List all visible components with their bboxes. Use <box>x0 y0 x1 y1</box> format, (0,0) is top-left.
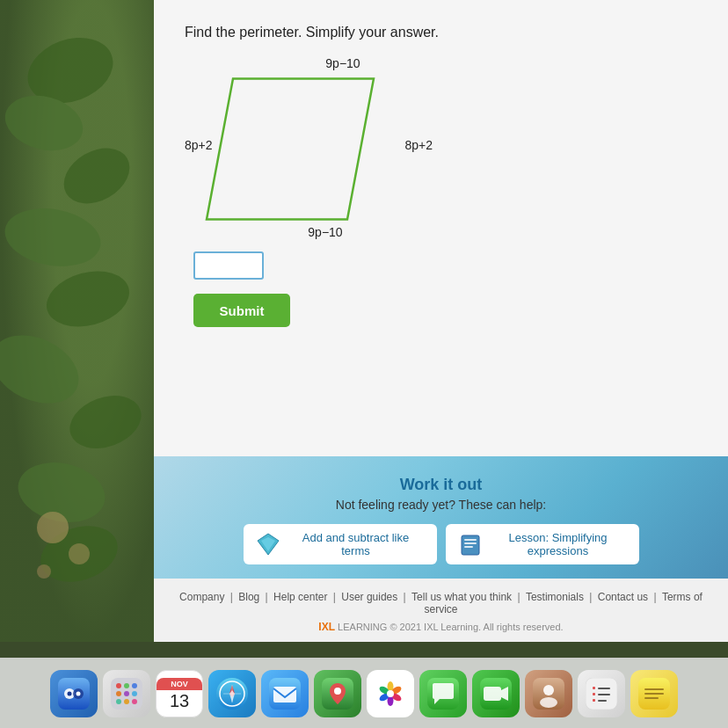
decorative-left-panel <box>0 0 154 642</box>
svg-point-33 <box>132 699 137 704</box>
safari-icon <box>216 678 248 710</box>
svg-rect-68 <box>644 693 664 695</box>
footer-link-blog[interactable]: Blog <box>238 591 259 603</box>
svg-point-31 <box>116 699 121 704</box>
footer-copyright-text: LEARNING © 2021 IXL Learning. All rights… <box>338 622 564 632</box>
book-icon <box>458 532 483 557</box>
calendar-month: NOV <box>157 678 202 690</box>
footer-sep-3: | <box>333 591 339 603</box>
ixl-brand: IXL <box>318 621 335 633</box>
svg-point-10 <box>69 543 90 564</box>
svg-rect-16 <box>464 539 477 541</box>
footer: Company | Blog | Help center | User guid… <box>154 579 728 642</box>
svg-rect-17 <box>464 542 477 544</box>
answer-input[interactable] <box>193 251 264 280</box>
svg-rect-67 <box>644 688 664 690</box>
photos-icon <box>375 678 406 710</box>
messages-icon <box>427 678 459 710</box>
work-it-out-title: Work it out <box>185 476 697 494</box>
footer-link-contact[interactable]: Contact us <box>598 591 648 603</box>
dock-contacts[interactable] <box>525 670 572 717</box>
dock-finder[interactable] <box>50 670 98 717</box>
notes-icon <box>638 678 670 710</box>
svg-point-11 <box>37 564 51 579</box>
svg-point-4 <box>40 263 135 336</box>
shape-label-left: 8p+2 <box>185 138 213 152</box>
work-it-out-subtitle: Not feeling ready yet? These can help: <box>185 498 697 512</box>
maps-icon <box>322 678 353 710</box>
launchpad-icon <box>111 678 142 710</box>
dock-notes[interactable] <box>630 670 678 717</box>
svg-point-30 <box>132 691 137 696</box>
footer-sep-4: | <box>404 591 409 603</box>
help-cards-container: Add and subtract like terms Lesson: Simp… <box>185 524 697 564</box>
dock-messages[interactable] <box>419 670 467 717</box>
macos-dock: NOV 13 <box>0 658 728 728</box>
dock-safari[interactable] <box>208 670 256 717</box>
shape-label-right: 8p+2 <box>404 138 433 152</box>
svg-point-26 <box>124 683 129 688</box>
svg-marker-12 <box>207 79 374 220</box>
mail-icon <box>269 678 301 710</box>
svg-rect-60 <box>593 687 595 689</box>
work-it-out-section: Work it out Not feeling ready yet? These… <box>154 456 728 579</box>
svg-point-32 <box>124 699 129 704</box>
footer-link-company[interactable]: Company <box>179 591 224 603</box>
submit-button[interactable]: Submit <box>193 294 290 327</box>
parallelogram-shape <box>185 72 396 230</box>
svg-point-3 <box>0 201 105 273</box>
svg-rect-41 <box>273 687 296 703</box>
dock-maps[interactable] <box>314 670 361 717</box>
footer-sep-2: | <box>266 591 271 603</box>
svg-rect-61 <box>598 688 610 689</box>
footer-link-guides[interactable]: User guides <box>341 591 397 603</box>
dock-reminders[interactable] <box>578 670 625 717</box>
svg-point-25 <box>116 683 121 688</box>
dock-photos[interactable] <box>367 670 414 717</box>
svg-point-27 <box>132 683 137 688</box>
help-card-lesson[interactable]: Lesson: Simplifying expressions <box>446 524 639 564</box>
dock-facetime[interactable] <box>472 670 520 717</box>
reminders-icon <box>586 678 617 710</box>
help-card-lesson-label: Lesson: Simplifying expressions <box>490 531 627 557</box>
svg-point-9 <box>37 512 69 543</box>
svg-rect-65 <box>598 700 607 702</box>
footer-copyright: IXL LEARNING © 2021 IXL Learning. All ri… <box>171 621 710 633</box>
svg-rect-64 <box>593 699 595 702</box>
footer-link-feedback[interactable]: Tell us what you think <box>411 591 512 603</box>
diamond-icon <box>256 532 280 557</box>
svg-point-58 <box>540 697 557 708</box>
svg-point-51 <box>387 690 394 697</box>
svg-rect-18 <box>464 546 473 548</box>
svg-rect-62 <box>593 693 595 695</box>
footer-sep-1: | <box>230 591 236 603</box>
svg-point-57 <box>543 685 554 695</box>
footer-sep-5: | <box>517 591 522 603</box>
calendar-day: 13 <box>170 692 189 710</box>
main-panel: Find the perimeter. Simplify your answer… <box>154 0 728 642</box>
contacts-icon <box>533 678 564 710</box>
svg-point-5 <box>0 322 90 416</box>
footer-link-help[interactable]: Help center <box>273 591 327 603</box>
svg-rect-54 <box>484 687 501 701</box>
help-card-like-terms[interactable]: Add and subtract like terms <box>244 524 437 564</box>
question-instruction: Find the perimeter. Simplify your answer… <box>185 25 697 40</box>
svg-rect-15 <box>462 535 479 555</box>
facetime-icon <box>480 678 512 710</box>
dock-calendar[interactable]: NOV 13 <box>156 670 203 717</box>
svg-point-28 <box>116 691 121 696</box>
footer-link-testimonials[interactable]: Testimonials <box>526 591 584 603</box>
svg-point-2 <box>54 137 139 215</box>
svg-point-22 <box>68 691 72 695</box>
content-area: Find the perimeter. Simplify your answer… <box>154 0 728 456</box>
svg-rect-69 <box>644 697 659 699</box>
finder-icon <box>58 678 90 710</box>
shape-label-top: 9p−10 <box>237 56 448 70</box>
svg-rect-63 <box>598 694 610 695</box>
help-card-like-terms-label: Add and subtract like terms <box>288 531 425 557</box>
footer-sep-7: | <box>653 591 659 603</box>
dock-mail[interactable] <box>261 670 309 717</box>
svg-point-6 <box>62 386 149 457</box>
svg-point-29 <box>124 691 129 696</box>
dock-launchpad[interactable] <box>103 670 150 717</box>
